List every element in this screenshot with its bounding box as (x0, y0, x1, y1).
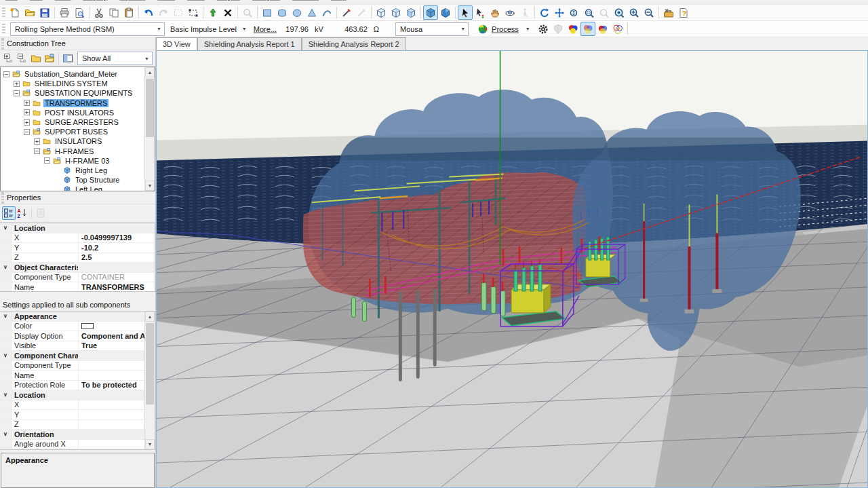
delete-button[interactable] (220, 5, 235, 20)
tree-node-substation-standard-meter[interactable]: −Substation_Standard_Meter (2, 69, 155, 79)
gear-button[interactable] (536, 22, 551, 36)
tab-shielding-analysis-report-2[interactable]: Shielding Analysis Report 2 (302, 37, 406, 50)
property-visible[interactable]: VisibleTrue (0, 341, 155, 352)
zoom-in-button[interactable] (627, 5, 642, 20)
menu-options[interactable]: Options (119, 0, 145, 1)
tree-node-substation-equipments[interactable]: −SUBSTATION EQUIPMENTS (2, 88, 155, 98)
scrollbar-thumb[interactable] (146, 323, 154, 405)
category-component-characteristics[interactable]: ∨Component Characteristics (0, 351, 155, 361)
menu-project[interactable]: Project (217, 0, 240, 1)
property-name[interactable]: NameTRANSFORMERS (0, 282, 155, 292)
scroll-up-icon[interactable]: ▲ (145, 67, 155, 77)
redo-button[interactable] (156, 5, 171, 20)
tree-node-left-leg[interactable]: Left Leg (2, 185, 155, 191)
select-all-button[interactable] (186, 5, 201, 20)
tree-node-insulators[interactable]: +INSULATORS (2, 136, 155, 146)
tree-node-h-frame-03[interactable]: −H-FRAME 03 (2, 156, 155, 166)
tree-node-h-frames[interactable]: −H-FRAMES (2, 147, 155, 156)
collapse-icon[interactable]: − (24, 129, 30, 135)
3d-viewport[interactable] (156, 50, 868, 488)
property-z[interactable]: Z (0, 420, 155, 430)
property-y[interactable]: Y-10.2 (0, 243, 155, 253)
categorized-button[interactable] (2, 206, 16, 220)
process-button[interactable]: Process (492, 25, 519, 33)
tree-node-support-buses[interactable]: −SUPPORT BUSES (2, 127, 155, 136)
measure-alt-button[interactable] (354, 5, 369, 20)
menu-tools[interactable]: Tools (187, 0, 205, 1)
property-color[interactable]: Color (0, 322, 155, 332)
impedance-field[interactable]: 463.62 (340, 24, 371, 34)
folder-closed-button[interactable] (29, 52, 43, 65)
venn-outline-button[interactable] (610, 22, 625, 36)
scroll-up-icon[interactable]: ▲ (145, 312, 155, 322)
category-appearance[interactable]: ∨Appearance (0, 312, 155, 322)
collapse-icon[interactable]: − (3, 71, 9, 77)
shape-sphere-button[interactable] (290, 5, 304, 20)
sort-az-button[interactable]: AZ (16, 206, 29, 220)
zoom-selected-button[interactable] (597, 5, 612, 20)
orbit-button[interactable] (502, 5, 517, 20)
tab-shielding-analysis-report-1[interactable]: Shielding Analysis Report 1 (197, 37, 302, 50)
expand-icon[interactable]: + (14, 81, 20, 87)
menu-file[interactable]: File (5, 0, 18, 1)
panel-toggle-button[interactable] (61, 52, 75, 65)
save-button[interactable] (37, 5, 52, 20)
collapse-icon[interactable]: − (34, 148, 40, 154)
cube-solid-button[interactable] (423, 5, 438, 20)
pointer-sub-button[interactable] (473, 5, 488, 20)
property-angle-around-x[interactable]: Angle around X (0, 440, 155, 450)
scrollbar-thumb[interactable] (146, 79, 154, 137)
zoom-out-button[interactable] (642, 5, 656, 20)
venn-trans-button[interactable] (580, 22, 595, 36)
scroll-down-icon[interactable]: ▼ (145, 439, 155, 449)
tree-node-shielding-system[interactable]: +SHIELDING SYSTEM (2, 79, 155, 88)
expand-icon[interactable]: + (24, 100, 30, 106)
category-location[interactable]: ∨Location (0, 390, 155, 400)
tree-node-surge-arresters[interactable]: +SURGE ARRESTERS (2, 117, 155, 127)
menu-view[interactable]: View (55, 0, 71, 1)
expand-icon[interactable]: + (24, 119, 30, 126)
category-object-characteristics[interactable]: ∨Object Characteristics (0, 263, 155, 273)
refresh-button[interactable] (537, 5, 552, 20)
category-orientation[interactable]: ∨Orientation (0, 430, 155, 440)
zoom-extents-button[interactable] (612, 5, 627, 20)
select-region-button[interactable] (171, 5, 186, 20)
tree-node-post-insulators[interactable]: +POST INSULATORS (2, 108, 155, 117)
iso-view-2-button[interactable] (389, 5, 403, 20)
color-swatch[interactable] (81, 323, 94, 329)
raise-button[interactable] (205, 5, 220, 20)
toolbar-grip[interactable] (2, 24, 5, 35)
measure-button[interactable] (339, 5, 354, 20)
pan-button[interactable] (488, 5, 502, 20)
method-dropdown[interactable]: Rolling Sphere Method (RSM) ▼ (10, 22, 165, 36)
tree-scrollbar[interactable]: ▲ ▼ (144, 67, 155, 191)
open-button[interactable] (22, 5, 37, 20)
toolbar-grip[interactable] (2, 7, 5, 18)
property-component-type[interactable]: Component TypeCONTAINER (0, 273, 155, 283)
move-button[interactable] (552, 5, 567, 20)
customize-button[interactable] (661, 5, 676, 20)
shape-rounded-button[interactable] (275, 5, 290, 20)
property-display-option[interactable]: Display OptionComponent and Anal (0, 331, 155, 341)
print-button[interactable] (57, 5, 72, 20)
menu-display[interactable]: Display (83, 0, 107, 1)
copy-button[interactable] (106, 5, 121, 20)
process-globe-button[interactable] (475, 22, 490, 36)
tree-collapse-button[interactable] (16, 52, 29, 65)
shield-button[interactable] (551, 22, 566, 36)
property-component-type[interactable]: Component Type (0, 361, 155, 371)
find-button[interactable] (240, 5, 255, 20)
shape-cone-button[interactable] (304, 5, 319, 20)
property-x[interactable]: X (0, 400, 155, 411)
category-location[interactable]: ∨Location (0, 223, 155, 233)
venn-solid-button[interactable] (566, 22, 580, 36)
scroll-down-icon[interactable]: ▼ (145, 181, 155, 191)
settings-scrollbar[interactable]: ▲ ▼ (144, 312, 155, 449)
cut-button[interactable] (92, 5, 106, 20)
more-button[interactable]: More... (254, 25, 277, 33)
expand-icon[interactable]: + (34, 138, 40, 145)
menu-window[interactable]: Window (292, 0, 319, 1)
collapse-icon[interactable]: − (44, 157, 50, 164)
tree-filter-dropdown[interactable]: Show All ▼ (77, 52, 153, 65)
tree-node-right-leg[interactable]: Right Leg (2, 166, 155, 175)
